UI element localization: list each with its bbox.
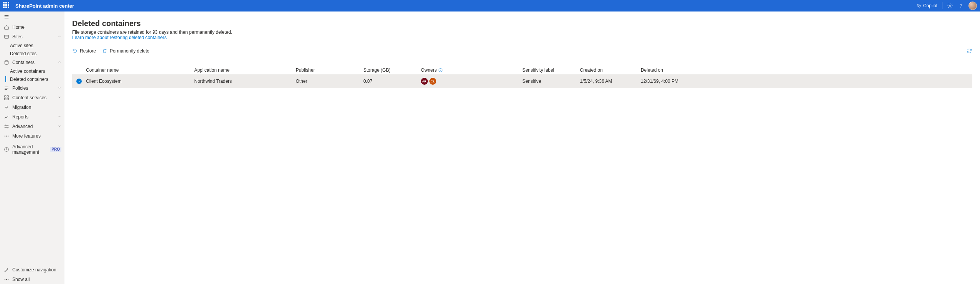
- copilot-icon: [916, 3, 922, 8]
- svg-rect-7: [7, 95, 8, 97]
- sidebar-item-label: Advanced management: [12, 144, 48, 155]
- more-icon: [4, 133, 9, 139]
- sidebar-item-label: Content services: [12, 95, 46, 100]
- sidebar-item-active-containers[interactable]: Active containers: [0, 67, 64, 75]
- sidebar-item-label: Deleted sites: [10, 51, 36, 56]
- page-title: Deleted containers: [72, 19, 972, 28]
- cell-application-name: Northwind Traders: [194, 79, 296, 84]
- sidebar-item-deleted-containers[interactable]: Deleted containers: [0, 75, 64, 83]
- policies-icon: [4, 85, 9, 91]
- owner-avatar[interactable]: CL: [429, 78, 436, 85]
- globe-icon: [4, 34, 9, 39]
- sidebar-item-deleted-sites[interactable]: Deleted sites: [0, 49, 64, 57]
- suite-bar: SharePoint admin center Copilot: [0, 0, 980, 11]
- sidebar-item-advanced-management[interactable]: Advanced management PRO: [0, 144, 64, 154]
- sidebar-item-label: Customize navigation: [12, 267, 56, 273]
- edit-icon: [4, 267, 9, 273]
- chevron-up-icon: [58, 60, 61, 65]
- svg-point-14: [8, 136, 8, 136]
- restore-button[interactable]: Restore: [72, 47, 96, 55]
- svg-point-11: [7, 127, 8, 128]
- svg-rect-6: [5, 95, 6, 97]
- help-button[interactable]: [958, 3, 964, 9]
- page-description: File storage containers are retained for…: [72, 30, 972, 35]
- sidebar-item-customize-navigation[interactable]: Customize navigation: [0, 265, 64, 274]
- permanently-delete-button[interactable]: Permanently delete: [102, 47, 149, 55]
- sidebar-item-migration[interactable]: Migration: [0, 102, 64, 112]
- col-deleted[interactable]: Deleted on: [641, 67, 972, 73]
- containers-table: Container name Application name Publishe…: [72, 66, 972, 88]
- col-publisher[interactable]: Publisher: [296, 67, 363, 73]
- help-icon: [958, 3, 964, 9]
- refresh-button[interactable]: [966, 48, 972, 54]
- sidebar-item-content-services[interactable]: Content services: [0, 93, 64, 102]
- svg-point-12: [5, 136, 5, 136]
- col-owners[interactable]: Owners: [421, 67, 523, 73]
- delete-icon: [102, 48, 107, 54]
- restore-icon: [72, 48, 78, 54]
- chevron-down-icon: [58, 85, 61, 91]
- cell-owners: AR CL: [421, 78, 523, 85]
- reports-icon: [4, 114, 9, 120]
- sidebar-item-sites[interactable]: Sites: [0, 32, 64, 41]
- sidebar-item-label: Sites: [12, 34, 23, 39]
- sidebar-item-label: Show all: [12, 277, 30, 282]
- svg-point-2: [949, 5, 951, 7]
- copilot-button[interactable]: Copilot: [916, 3, 937, 8]
- app-launcher-icon[interactable]: [3, 2, 11, 10]
- sidebar-item-label: Reports: [12, 114, 28, 120]
- sidebar-item-containers[interactable]: Containers: [0, 57, 64, 67]
- svg-point-5: [5, 60, 8, 62]
- settings-button[interactable]: [947, 3, 953, 9]
- col-storage[interactable]: Storage (GB): [363, 67, 421, 73]
- svg-rect-8: [5, 98, 6, 100]
- chevron-up-icon: [58, 34, 61, 39]
- cell-storage: 0.07: [363, 79, 421, 84]
- sidebar-item-active-sites[interactable]: Active sites: [0, 41, 64, 49]
- cell-deleted: 12/31/69, 4:00 PM: [641, 79, 972, 84]
- row-checkbox[interactable]: [72, 79, 86, 84]
- hamburger-icon: [4, 14, 9, 20]
- collapse-nav-button[interactable]: [0, 11, 64, 22]
- sidebar-item-advanced[interactable]: Advanced: [0, 121, 64, 131]
- owner-avatar[interactable]: AR: [421, 78, 428, 85]
- command-bar: Restore Permanently delete: [72, 47, 972, 58]
- learn-more-link[interactable]: Learn more about restoring deleted conta…: [72, 35, 167, 40]
- sidebar: Home Sites Active sites Deleted sites Co…: [0, 11, 64, 284]
- advanced-icon: [4, 124, 9, 129]
- button-label: Restore: [80, 48, 96, 54]
- col-application-name[interactable]: Application name: [194, 67, 296, 73]
- cell-container-name: Client Ecosystem: [86, 79, 194, 84]
- svg-point-10: [5, 125, 6, 125]
- user-avatar[interactable]: [968, 2, 977, 10]
- svg-point-13: [6, 136, 7, 136]
- sidebar-item-show-all[interactable]: Show all: [0, 274, 64, 284]
- copilot-label: Copilot: [923, 3, 937, 8]
- gear-icon: [947, 3, 953, 9]
- svg-rect-4: [5, 35, 9, 38]
- chevron-down-icon: [58, 95, 61, 100]
- sidebar-item-label: Active containers: [10, 69, 45, 74]
- chevron-down-icon: [58, 114, 61, 120]
- table-row[interactable]: Client Ecosystem Northwind Traders Other…: [72, 74, 972, 88]
- cell-created: 1/5/24, 9:36 AM: [580, 79, 641, 84]
- sidebar-item-home[interactable]: Home: [0, 22, 64, 32]
- col-container-name[interactable]: Container name: [86, 67, 194, 73]
- sidebar-item-label: Deleted containers: [10, 77, 48, 82]
- info-icon[interactable]: [438, 68, 443, 72]
- sidebar-item-reports[interactable]: Reports: [0, 112, 64, 121]
- table-header: Container name Application name Publishe…: [72, 66, 972, 74]
- home-icon: [4, 25, 9, 30]
- sidebar-item-label: Advanced: [12, 124, 33, 129]
- main-content: Deleted containers File storage containe…: [64, 11, 980, 284]
- svg-point-3: [961, 7, 961, 8]
- cell-sensitivity: Sensitive: [522, 79, 580, 84]
- svg-rect-9: [7, 98, 8, 100]
- sidebar-item-policies[interactable]: Policies: [0, 83, 64, 93]
- svg-point-17: [6, 279, 7, 279]
- pro-badge: PRO: [50, 147, 61, 152]
- col-created[interactable]: Created on: [580, 67, 641, 73]
- col-sensitivity[interactable]: Sensitivity label: [522, 67, 580, 73]
- checkmark-icon: [76, 79, 82, 84]
- sidebar-item-more-features[interactable]: More features: [0, 131, 64, 141]
